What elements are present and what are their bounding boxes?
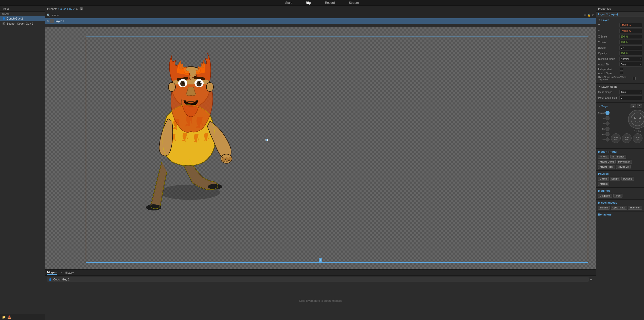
- project-item-scene[interactable]: 🎬 Scene - Couch Guy 2: [0, 21, 45, 26]
- prop-attach-select[interactable]: Auto ▾: [619, 62, 642, 67]
- hide-others-label: Hide Others in Group When Triggered: [598, 76, 631, 81]
- physics-dynamic[interactable]: Dynamic: [621, 177, 634, 181]
- layer-mesh-section: ▼ Layer Mesh Mesh Shape Auto ▾ Mesh Expa…: [596, 84, 644, 103]
- trigger-item-couch-guy-2[interactable]: 👤 Couch Guy 2: [47, 277, 589, 282]
- start-btn[interactable]: Start: [283, 1, 294, 5]
- tag-d-label: D: [603, 122, 605, 125]
- independent-label: Independent: [598, 68, 618, 71]
- prop-yscale-value[interactable]: 100 %: [619, 40, 642, 44]
- motion-tag-in-transition[interactable]: In Transition: [610, 155, 626, 159]
- physics-magnet[interactable]: Magnet: [598, 182, 609, 186]
- tag-a-btn[interactable]: A: [631, 104, 636, 108]
- puppet-name[interactable]: Couch Guy 2: [58, 7, 75, 10]
- modifier-draggable[interactable]: Draggable: [598, 194, 612, 198]
- stream-btn[interactable]: Stream: [347, 1, 361, 5]
- independent-checkbox[interactable]: [620, 68, 623, 71]
- mesh-expansion-row: Mesh Expansion 0: [598, 95, 642, 100]
- layers-search-icon[interactable]: 🔍: [47, 13, 50, 17]
- right-panel: Properties ··· Layer 1 (Layer) ▼ Layer X…: [596, 6, 644, 320]
- misc-breathe[interactable]: Breathe: [598, 206, 610, 210]
- layer-thumbnail: [50, 19, 54, 23]
- properties-menu-icon[interactable]: ···: [640, 7, 642, 10]
- svg-point-18: [631, 113, 644, 126]
- layer-section-arrow: ▼: [598, 19, 600, 21]
- svg-point-24: [614, 137, 615, 138]
- modifier-fixed[interactable]: Fixed: [613, 194, 622, 198]
- svg-point-28: [627, 137, 629, 138]
- rig-btn[interactable]: Rig: [304, 1, 313, 5]
- svg-point-27: [625, 137, 626, 138]
- mesh-expansion-value[interactable]: 0: [619, 95, 642, 100]
- prop-rotate-value[interactable]: 0 °: [619, 45, 642, 50]
- face-widget: [628, 110, 644, 129]
- puppet-bar: Puppet: Couch Guy 2 ⊞ 8: [45, 6, 596, 12]
- motion-tag-moving-left[interactable]: Moving Left: [617, 160, 632, 164]
- layers-col-icons: 👁 🔒 ⊕: [584, 13, 594, 17]
- puppet-tab-icon[interactable]: ⊞: [76, 7, 78, 10]
- motion-tag-moving-down[interactable]: Moving Down: [598, 160, 616, 164]
- add-trigger-btn[interactable]: +: [590, 277, 594, 281]
- new-folder-icon[interactable]: 📁: [2, 315, 6, 319]
- face-sad-dot[interactable]: [622, 133, 632, 143]
- motion-tag-at-rest[interactable]: At Rest: [598, 155, 609, 159]
- face-emotion-dots-bottom: ✕: [611, 133, 644, 143]
- prop-xscale-value[interactable]: 100 %: [619, 34, 642, 39]
- misc-transform[interactable]: Transform: [628, 206, 642, 210]
- canvas-area[interactable]: +: [45, 27, 596, 269]
- project-item-couch-guy-2[interactable]: 👤 Couch Guy 2: [0, 16, 45, 21]
- physics-collide[interactable]: Collide: [598, 177, 609, 181]
- mesh-shape-value: Auto: [621, 91, 626, 94]
- bottom-panel: Triggers ··· History 👤 Couch Guy 2 + Dro…: [45, 269, 596, 320]
- motion-tag-moving-right[interactable]: Moving Right: [598, 165, 615, 169]
- face-smile-dot[interactable]: [611, 133, 621, 143]
- face-open-dot[interactable]: [633, 133, 642, 143]
- prop-y-value[interactable]: -240.8 px: [619, 29, 642, 33]
- prop-x-value[interactable]: -514.5 px: [619, 23, 642, 28]
- layers-eye-icon[interactable]: 👁: [584, 13, 586, 17]
- layer-section-label: Layer: [601, 19, 609, 22]
- prop-blending-row: Blending Mode Normal ▾: [598, 57, 642, 61]
- tag-ex-dot[interactable]: [605, 127, 610, 131]
- svg-point-25: [616, 137, 618, 138]
- layer-name: Layer 1: [55, 20, 594, 23]
- middle-panel: Puppet: Couch Guy 2 ⊞ 8 🔍 Name 👁 🔒 ⊕ 👁 L…: [45, 6, 596, 320]
- properties-header: Properties ···: [596, 6, 644, 12]
- tag-neutral-dot[interactable]: [605, 111, 610, 115]
- trigger-puppet-icon: 👤: [49, 278, 52, 281]
- layers-lock-icon[interactable]: 🔒: [587, 13, 591, 17]
- svg-point-30: [636, 137, 637, 138]
- misc-cycle-pause[interactable]: Cycle Pause: [611, 206, 627, 210]
- name-column-label: Name: [0, 12, 45, 16]
- layer-visibility-icon[interactable]: 👁: [47, 20, 49, 23]
- triggers-menu-icon[interactable]: ···: [60, 271, 62, 274]
- tag-ub-dot[interactable]: [605, 137, 610, 141]
- canvas-plus-bottom[interactable]: +: [319, 258, 322, 262]
- prop-x-label: X: [598, 24, 618, 27]
- main-layout: Project ··· Name 👤 Couch Guy 2 🎬 Scene -…: [0, 6, 644, 320]
- bottom-content: 👤 Couch Guy 2 + Drop layers here to crea…: [45, 276, 596, 320]
- tag-m-dot[interactable]: [605, 116, 610, 120]
- layers-header: 🔍 Name 👁 🔒 ⊕: [45, 12, 596, 18]
- hide-others-checkbox[interactable]: [633, 77, 636, 80]
- record-btn[interactable]: Record: [323, 1, 337, 5]
- layers-name-col: Name: [51, 14, 583, 17]
- project-menu-icon[interactable]: ···: [12, 7, 15, 11]
- attach-style-checkbox[interactable]: [620, 72, 623, 75]
- tag-b-btn[interactable]: B: [637, 104, 642, 108]
- physics-tags-container: Collide Dangle Dynamic Magnet: [598, 177, 642, 186]
- drop-hint: Drop layers here to create triggers: [47, 283, 594, 318]
- layer-row-1[interactable]: 👁 Layer 1: [45, 18, 596, 24]
- modifier-tags-container: Draggable Fixed: [598, 194, 642, 198]
- history-tab[interactable]: History: [65, 271, 74, 275]
- mesh-shape-select[interactable]: Auto ▾: [619, 90, 642, 94]
- tag-aa-dot[interactable]: [605, 132, 610, 136]
- prop-blending-select[interactable]: Normal ▾: [619, 57, 642, 61]
- tags-label: Tags: [601, 105, 608, 108]
- physics-dangle[interactable]: Dangle: [610, 177, 621, 181]
- motion-tag-moving-up[interactable]: Moving Up: [616, 165, 631, 169]
- import-icon[interactable]: 📥: [7, 315, 11, 319]
- tag-d-dot[interactable]: [605, 121, 610, 126]
- triggers-tab[interactable]: Triggers: [47, 270, 57, 275]
- layers-add-icon[interactable]: ⊕: [592, 13, 594, 17]
- prop-opacity-value[interactable]: 100 %: [619, 51, 642, 56]
